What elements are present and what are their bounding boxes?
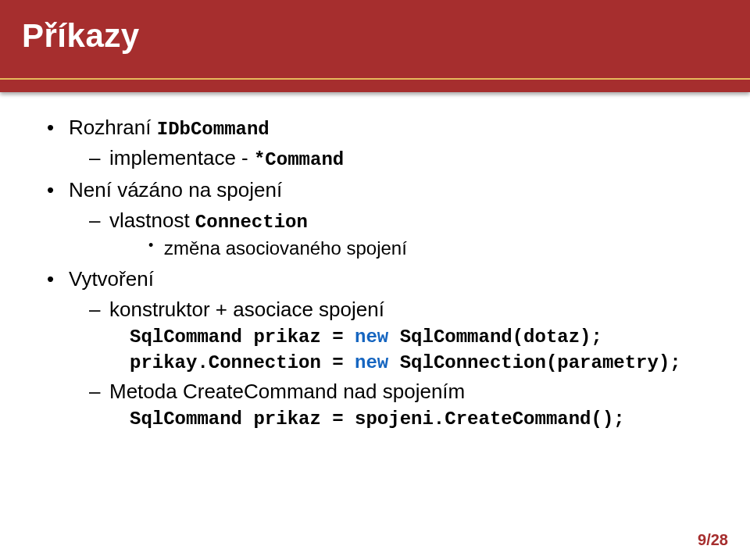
code-starcommand: *Command xyxy=(254,149,344,170)
code-2b: SqlConnection(parametry); xyxy=(388,352,680,373)
text-metoda: Metoda CreateCommand nad spojením xyxy=(109,380,465,403)
text-zmena: změna asociovaného spojení xyxy=(164,237,407,259)
code-1b: SqlCommand(dotaz); xyxy=(388,326,602,348)
page-number: 9/28 xyxy=(698,531,728,549)
bullet-rozhrani: Rozhraní IDbCommand implementace - *Comm… xyxy=(47,116,703,170)
code-idbcommand: IDbCommand xyxy=(157,119,270,140)
text-rozhrani: Rozhraní xyxy=(69,116,157,139)
slide-header: Příkazy xyxy=(0,0,750,92)
code-line-3: SqlCommand prikaz = spojeni.CreateComman… xyxy=(130,408,703,430)
code-2a: prikay.Connection = xyxy=(130,352,355,373)
slide-title: Příkazy xyxy=(22,17,728,55)
bullet-neni-vazano: Není vázáno na spojení vlastnost Connect… xyxy=(47,178,703,259)
code-line-1: SqlCommand prikaz = new SqlCommand(dotaz… xyxy=(130,326,703,348)
text-konstruktor: konstruktor + asociace spojení xyxy=(109,298,384,321)
code-line-2: prikay.Connection = new SqlConnection(pa… xyxy=(130,352,703,373)
sub-metoda: Metoda CreateCommand nad spojením SqlCom… xyxy=(89,380,703,430)
sub-konstruktor: konstruktor + asociace spojení SqlComman… xyxy=(89,298,703,373)
code-1a: SqlCommand prikaz = xyxy=(130,326,355,348)
text-neni-vazano: Není vázáno na spojení xyxy=(69,178,282,202)
code-connection: Connection xyxy=(195,212,308,233)
sub-implementace: implementace - *Command xyxy=(89,146,703,170)
code-2kw: new xyxy=(355,352,388,373)
slide-content: Rozhraní IDbCommand implementace - *Comm… xyxy=(0,92,750,430)
text-vytvoreni: Vytvoření xyxy=(69,267,154,291)
bullet-vytvoreni: Vytvoření konstruktor + asociace spojení… xyxy=(47,267,703,430)
subsub-zmena: změna asociovaného spojení xyxy=(148,237,703,259)
text-vlastnost: vlastnost xyxy=(109,209,195,232)
text-implementace: implementace - xyxy=(109,146,254,169)
code-1kw: new xyxy=(355,326,388,348)
sub-vlastnost: vlastnost Connection změna asociovaného … xyxy=(89,209,703,259)
